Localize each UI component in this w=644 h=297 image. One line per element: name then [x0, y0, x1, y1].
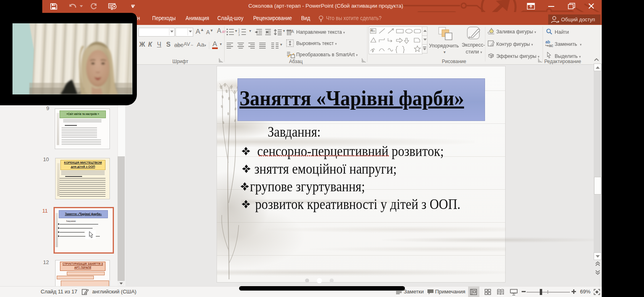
svg-text:A: A: [371, 29, 373, 32]
svg-text:A: A: [291, 29, 294, 34]
svg-text:3: 3: [238, 33, 240, 36]
